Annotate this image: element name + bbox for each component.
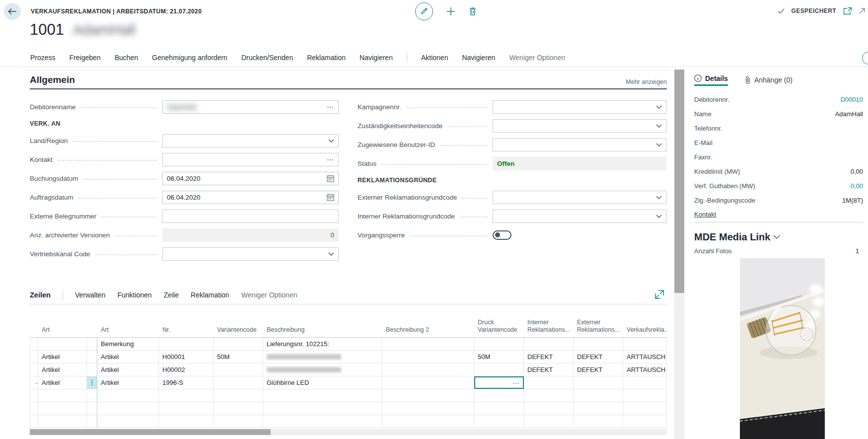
menu-navigieren-2[interactable]: Navigieren [462,54,495,62]
cell-nr[interactable]: 1996-S [159,376,214,389]
active-cell-druck-variantencode[interactable]: ⋯ [474,376,524,389]
back-button[interactable] [4,3,21,20]
open-in-new-window-icon[interactable] [843,7,852,15]
cell-dots[interactable] [87,338,97,350]
cell-verkauf[interactable] [623,338,667,350]
cell-art[interactable]: Artikel [38,351,87,363]
cell-verkauf[interactable] [623,415,667,428]
cell-extern[interactable] [574,415,623,428]
cell-beschreibung2[interactable] [382,364,474,376]
cell-beschreibung[interactable] [263,364,382,376]
cell-variantencode[interactable] [214,402,263,415]
row-options-icon[interactable]: ⋮ [87,376,97,389]
chevron-down-icon[interactable] [328,252,334,256]
assist-edit-icon[interactable]: ⋯ [327,157,334,162]
column-header-art2[interactable]: Art [97,312,159,337]
zustaendigkeitseinheitencode-input[interactable] [493,119,666,133]
cell-beschreibung[interactable] [263,389,382,402]
cell-art2[interactable] [97,389,159,402]
externer-reklamationsgrundcode-input[interactable] [493,191,666,204]
calendar-icon[interactable] [327,175,334,182]
lines-menu-reklamation[interactable]: Reklamation [191,291,229,299]
cell-extern[interactable]: DEFEKT [574,364,623,376]
cell-extern[interactable]: DEFEKT [574,351,623,363]
calendar-icon[interactable] [327,194,334,201]
cell-beschreibung2[interactable] [382,338,474,350]
menu-drucken-senden[interactable]: Drucken/Senden [241,54,293,62]
cell-art[interactable] [38,338,87,350]
cell-druck[interactable] [474,415,524,428]
kontakt-link[interactable]: Kontakt [694,211,716,218]
cell-nr[interactable]: H00002 [159,364,214,376]
tab-zeilen[interactable]: Zeilen [30,291,51,299]
cell-nr[interactable] [159,338,214,350]
cell-beschreibung2[interactable] [382,351,474,363]
lines-menu-weniger-optionen[interactable]: Weniger Optionen [241,291,297,299]
cell-beschreibung[interactable]: Lieferungsnr. 102215: [263,338,382,350]
popout-arrow-icon[interactable] [859,8,865,14]
cell-variantencode[interactable] [214,376,263,389]
cell-beschreibung[interactable]: Glühbirne LED [263,376,382,389]
externe-belegnummer-input[interactable] [162,210,339,223]
land-region-input[interactable] [162,134,339,147]
debitorennr-link[interactable]: D00010 [840,96,863,103]
cell-nr[interactable] [159,389,214,402]
delete-button[interactable] [469,7,477,16]
cell-art[interactable] [38,389,87,402]
new-button[interactable] [446,6,456,16]
cell-intern[interactable]: DEFEKT [524,351,574,363]
cell-extern[interactable] [574,376,623,389]
auftragsdatum-input[interactable]: 06.04.2020 [162,191,339,204]
vorgangssperre-toggle[interactable] [493,230,511,240]
focus-mode-icon[interactable] [654,290,664,299]
vertical-scrollbar-thumb[interactable] [674,70,684,293]
cell-nr[interactable] [159,402,214,415]
chevron-down-icon[interactable] [656,215,662,218]
debitorenname-input[interactable]: AdamHall ⋯ [162,100,339,114]
menu-aktionen[interactable]: Aktionen [421,54,448,62]
column-header-nr[interactable]: Nr. [159,312,214,337]
cell-art2[interactable]: Artikel [97,376,159,389]
kampagnennr-input[interactable] [493,100,666,114]
cell-druck[interactable] [474,364,524,376]
guthaben-link[interactable]: 0,00 [851,182,863,190]
column-header-extern[interactable]: Externer Reklamations... [574,312,623,337]
cell-beschreibung[interactable] [263,402,382,415]
cell-art2[interactable] [97,415,159,428]
cell-extern[interactable] [574,402,623,415]
cell-art2[interactable]: Artikel [97,351,159,363]
cell-intern[interactable] [524,376,574,389]
cell-dots[interactable] [87,364,97,376]
vertical-scrollbar[interactable] [674,70,684,439]
horizontal-scrollbar[interactable] [30,429,667,435]
cell-variantencode[interactable] [214,389,263,402]
cell-beschreibung[interactable] [263,415,382,428]
menu-prozess[interactable]: Prozess [30,54,56,62]
chevron-down-icon[interactable] [656,143,662,146]
cell-verkauf[interactable] [623,389,667,402]
show-more-link[interactable]: Mehr anzeigen [626,78,667,85]
menu-genehmigung-anfordern[interactable]: Genehmigung anfordern [152,54,227,62]
interner-reklamationsgrundcode-input[interactable] [493,210,666,223]
cell-verkauf[interactable]: ARTTAUSCH [623,364,667,376]
cell-dots[interactable] [87,351,97,363]
assist-edit-icon[interactable]: ⋯ [327,104,334,109]
cell-dots[interactable] [87,389,97,402]
cell-verkauf[interactable] [623,376,667,389]
cell-art2[interactable]: Bemerkung [97,338,159,350]
cell-beschreibung[interactable] [263,351,382,363]
cell-variantencode[interactable] [214,364,263,376]
cell-art2[interactable]: Artikel [97,364,159,376]
buchungsdatum-input[interactable]: 06.04.2020 [162,172,339,185]
cell-variantencode[interactable] [214,415,263,428]
chevron-down-icon[interactable] [656,196,662,199]
column-header-variantencode[interactable]: Variantencode [214,312,263,337]
cell-art[interactable] [38,402,87,415]
archived-versions-drilldown[interactable]: 0 [330,231,334,239]
mde-media-link-header[interactable]: MDE Media Link [694,231,780,243]
cell-beschreibung2[interactable] [382,402,474,415]
menu-buchen[interactable]: Buchen [115,54,138,62]
cell-nr[interactable]: H00001 [159,351,214,363]
lines-menu-funktionen[interactable]: Funktionen [117,291,151,299]
cell-druck[interactable]: 50M [474,351,524,363]
